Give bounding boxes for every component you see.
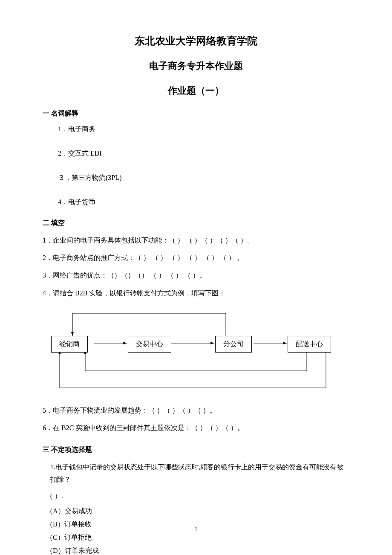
mc-option-d: （D）订单未完成 (46, 546, 349, 555)
diagram-box-branch: 分公司 (215, 336, 252, 353)
title-institution: 东北农业大学网络教育学院 (43, 34, 349, 48)
page-number: 1 (0, 526, 392, 533)
mc-option-a: （A）交易成功 (46, 507, 349, 516)
term-item-2: 2．交互式 EDI (58, 149, 349, 158)
mc-option-c: （C）订单拒绝 (46, 533, 349, 542)
fill-item-4: 4．请结合 B2B 实验，以银行转帐支付方式为例，填写下图： (43, 287, 349, 299)
term-item-1: 1．电子商务 (58, 125, 349, 134)
title-sheet: 作业题（一） (43, 84, 349, 97)
page-content: 东北农业大学网络教育学院 电子商务专升本作业题 作业题（一） 一 名词解释 1．… (0, 0, 392, 555)
flow-diagram: 经销商 交易中心 分公司 配送中心 (51, 305, 358, 399)
fill-item-1: 1．企业间的电子商务具体包括以下功能：（ ） （ ）（ ）（ ）（ ）。 (43, 234, 349, 246)
section2-head: 二 填空 (43, 219, 349, 228)
mc-question-1: 1.电子钱包中记录的交易状态处于以下哪些状态时,顾客的银行卡上的用于交易的资金有… (50, 461, 349, 486)
term-item-3: ３．第三方物流(3PL) (58, 173, 349, 182)
fill-item-3: 3．网络广告的优点：（）（）（） （ ） （ ） （ ）。 (43, 269, 349, 281)
fill-item-5: 5．电子商务下物流业的发展趋势：（ ）（ ）（ ）（ ）。 (43, 405, 349, 416)
mc-answer-blank: （ ）. (46, 492, 349, 501)
term-item-4: 4．电子货币 (58, 198, 349, 207)
diagram-box-delivery: 配送中心 (288, 336, 331, 353)
fill-item-6: 6．在 B2C 实验中收到的三封邮件其主题依次是：（ ）（ ）（ ）。 (43, 422, 349, 434)
title-course: 电子商务专升本作业题 (43, 60, 349, 72)
section1-head: 一 名词解释 (43, 109, 349, 118)
fill-item-2: 2．电子商务站点的推广方式：（ ） （ ） （ ） （ ） （ ） （ ） 。 (43, 252, 349, 263)
diagram-box-dealer: 经销商 (51, 336, 88, 353)
diagram-box-exchange: 交易中心 (128, 336, 171, 353)
section3-head: 三 不定项选择题 (43, 445, 349, 454)
